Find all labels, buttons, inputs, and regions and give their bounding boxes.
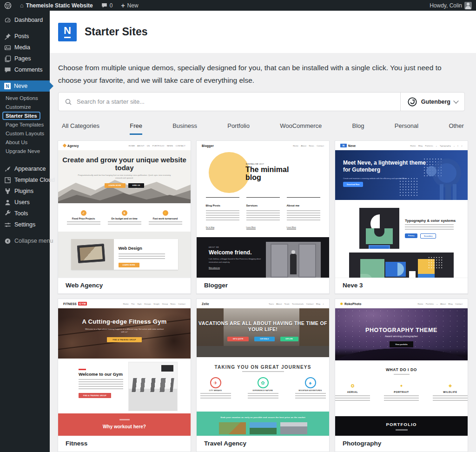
howdy-menu[interactable]: Howdy, Colin xyxy=(425,0,476,11)
sidebar-item-posts[interactable]: Posts xyxy=(0,31,50,42)
tab-business[interactable]: Business xyxy=(172,122,197,135)
placeholder-text-lines xyxy=(287,210,320,221)
neve-typography-section: Typography & color systems Primary Secon… xyxy=(335,200,468,278)
webdesign-learn-more-button: LEARN MORE xyxy=(119,263,139,267)
new-label: New xyxy=(127,2,139,9)
sidebar-item-dashboard[interactable]: Dashboard xyxy=(0,14,50,26)
bars-graphic xyxy=(440,184,456,200)
travel-hero: VACATIONS ARE ALL ABOUT HAVING THE TIME … xyxy=(197,308,329,357)
tab-woocommerce[interactable]: WooCommerce xyxy=(280,122,322,135)
submenu-upgrade-neve[interactable]: Upgrade Neve xyxy=(0,146,50,155)
travel-button-green: EXPLORE xyxy=(280,337,298,341)
submenu-page-templates[interactable]: Page Templates xyxy=(0,120,50,129)
submenu-neve-options[interactable]: Neve Options xyxy=(0,93,50,102)
builder-select[interactable]: Gutenberg xyxy=(400,93,464,111)
sidebar-item-plugins[interactable]: Plugins xyxy=(0,186,50,197)
submenu-about-us[interactable]: About Us xyxy=(0,138,50,146)
tree-icon: ♠ xyxy=(305,377,316,388)
tab-portfolio[interactable]: Portfolio xyxy=(227,122,250,135)
photography-what-section: WHAT DO I DO ✪AERIAL ✦PORTRAIT ❖WILDLIFE xyxy=(335,360,468,416)
agency-learn-more-button: LEARN MORE xyxy=(105,183,126,188)
primary-button: Primary xyxy=(405,233,417,238)
fitness-heading: A Cutting-edge Fitness Gym xyxy=(58,308,191,325)
sidebar-item-settings[interactable]: Settings xyxy=(0,219,50,230)
mountains-image xyxy=(58,177,191,203)
neve-menu-icon: N xyxy=(4,83,11,89)
starter-card-fitness[interactable]: FITNESSGYM Home The Gym Groups Single Gr… xyxy=(58,299,191,452)
sidebar-item-users[interactable]: Users xyxy=(0,197,50,208)
search-input[interactable] xyxy=(76,98,400,106)
search-bar: Gutenberg xyxy=(58,92,465,111)
sidebar-item-tools[interactable]: Tools xyxy=(0,208,50,219)
sidebar-item-media[interactable]: Media xyxy=(0,42,50,53)
screen: ⌂ Themeisle Static Website 0 + New Howdy… xyxy=(0,0,476,452)
sidebar-item-appearance[interactable]: Appearance xyxy=(0,163,50,174)
travel-button-red: GET A QUOTE xyxy=(227,337,249,341)
fitness-banner: Why workout here? xyxy=(58,413,191,436)
blogger-nav: Home About News Contact xyxy=(293,145,324,147)
sidebar-item-template-cloud[interactable]: Template Cloud xyxy=(0,174,50,186)
agency-nav: HOME ABOUT US PORTFOLIO NEWS CONTACT xyxy=(129,145,185,147)
why-workout-heading: Why workout here? xyxy=(58,424,191,429)
sidebar-item-pages[interactable]: Pages xyxy=(0,53,50,64)
site-menu[interactable]: ⌂ Themeisle Static Website xyxy=(16,0,97,11)
new-menu[interactable]: + New xyxy=(117,0,142,11)
starter-sites-grid: Agency HOME ABOUT US PORTFOLIO NEWS CONT… xyxy=(58,140,468,452)
sidebar-item-neve[interactable]: N Neve xyxy=(0,80,50,92)
tab-personal[interactable]: Personal xyxy=(395,122,418,135)
starter-card-photography[interactable]: ◉RokoPhoto Home Portfolio ⌄ About Blog C… xyxy=(335,299,468,452)
starter-card-web-agency[interactable]: Agency HOME ABOUT US PORTFOLIO NEWS CONT… xyxy=(58,140,191,294)
main-content: N Starter Sites Choose from multiple uni… xyxy=(50,11,476,452)
starter-card-neve-3[interactable]: NNeve Home Blog Patterns ⌄ Typography ⌄ … xyxy=(335,140,468,294)
placeholder-text-lines xyxy=(119,253,165,259)
submenu-starter-sites[interactable]: Starter Sites xyxy=(0,111,50,120)
neve-logo: N xyxy=(58,23,77,41)
starter-site-title: Fitness xyxy=(58,436,191,452)
desk-photo xyxy=(71,239,114,270)
wordpress-logo-icon[interactable] xyxy=(0,0,16,11)
agency-hero: Create and grow your unique website toda… xyxy=(58,150,191,203)
what-do-i-do-title: WHAT DO I DO xyxy=(335,360,468,372)
starter-card-travel-agency[interactable]: Zelle Tours About Team Testimonials Cont… xyxy=(196,299,330,452)
sidebar-item-collapse-menu[interactable]: Collapse menu xyxy=(0,235,50,246)
hills-silhouette xyxy=(335,348,468,360)
agency-mark-icon xyxy=(63,144,66,147)
admin-sidebar: Dashboard Posts Media Pages Comments N N… xyxy=(0,11,50,452)
sidebar-item-comments[interactable]: Comments xyxy=(0,64,50,75)
gym-badge: GYM xyxy=(78,302,87,306)
tab-all-categories[interactable]: All Categories xyxy=(62,122,99,135)
starter-card-blogger[interactable]: Blogger Home About News Contact MINIMALI… xyxy=(196,140,330,294)
portfolio-banner: PORTFOLIO xyxy=(335,416,468,436)
abstract-art-band xyxy=(349,253,454,278)
tab-other[interactable]: Other xyxy=(449,122,464,135)
travel-photo xyxy=(250,422,277,434)
submenu-custom-layouts[interactable]: Custom Layouts xyxy=(0,129,50,138)
blogger-columns: Blog PostsGo to blog ServicesLearn More … xyxy=(197,194,329,237)
neve-submenu: Neve Options Customize Starter Sites Pag… xyxy=(0,92,50,158)
abstract-art-tile xyxy=(359,208,399,249)
blogger-kicker: MINIMALISM 2017 xyxy=(246,163,264,165)
placeholder-text-lines xyxy=(394,374,410,375)
chevron-down-icon xyxy=(453,98,458,103)
download-now-button: Download Now xyxy=(343,182,363,187)
tab-free[interactable]: Free xyxy=(130,122,142,135)
fitness-brand: FITNESSGYM xyxy=(63,302,87,306)
comments-indicator[interactable]: 0 xyxy=(97,0,117,11)
tab-blog[interactable]: Blog xyxy=(352,122,364,135)
agency-features: ✓Fixed Price Projects $On budget and on … xyxy=(58,203,191,232)
blogger-hero: MINIMALISM 2017 The minimal blog xyxy=(197,150,329,194)
photography-heading: PHOTOGRAPHY THEME xyxy=(335,308,468,333)
learn-more-link: Learn More xyxy=(246,226,256,229)
placeholder-text-lines xyxy=(67,221,100,226)
avatar xyxy=(464,2,472,9)
submenu-customize[interactable]: Customize xyxy=(0,102,50,111)
aerial-icon: ✪ xyxy=(351,384,355,388)
more-about-me-link: More about me xyxy=(209,267,220,269)
door-photo xyxy=(266,242,321,278)
placeholder-text-lines xyxy=(108,221,141,226)
placeholder-text-lines xyxy=(335,395,370,401)
wildlife-icon: ❖ xyxy=(448,384,452,388)
travel-journeys-section: TAKING YOU ON GREAT JOURNEYS ✈CITY BREAK… xyxy=(197,357,329,412)
preview-photography: ◉RokoPhoto Home Portfolio ⌄ About Blog C… xyxy=(335,299,468,436)
learn-more-link: Learn More xyxy=(287,226,296,229)
